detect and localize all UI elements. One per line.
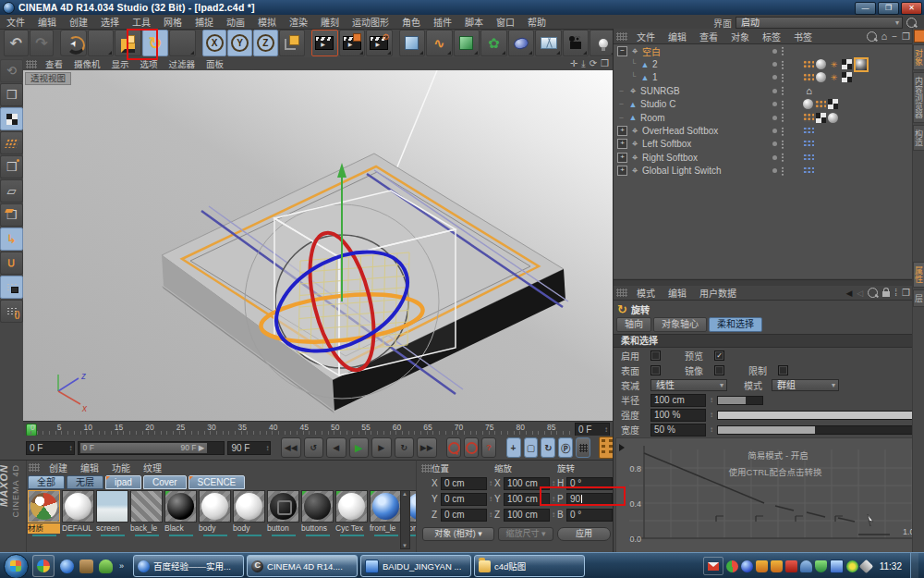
goto-start-button[interactable]: ◀◀: [281, 437, 301, 458]
falloff-curve-editor[interactable]: 0.8 0.4 0.0 1.0 简易模式 - 开启 使用CTRL配合点击转换: [615, 437, 924, 554]
size-mode-dropdown[interactable]: 缩放尺寸 ▾: [498, 527, 553, 541]
editor-visibility-dot[interactable]: [772, 155, 777, 160]
play-button[interactable]: ▶: [349, 437, 370, 458]
star-tag-icon[interactable]: [828, 71, 840, 83]
add-environment-icon[interactable]: [508, 30, 535, 56]
tray-shgreen-icon[interactable]: [815, 560, 827, 572]
checker-tag-icon[interactable]: [828, 99, 838, 109]
material-menu-item-2[interactable]: 功能: [105, 461, 137, 474]
viewport-menu-item-1[interactable]: 摄像机: [68, 57, 106, 70]
autokey-button[interactable]: [464, 437, 479, 458]
visibility-toggles[interactable]: [772, 127, 784, 136]
restore-button[interactable]: ❐: [878, 2, 899, 15]
render-visibility-dots[interactable]: [781, 153, 784, 162]
falloff-dropdown[interactable]: 线性: [650, 379, 727, 391]
add-primitive-icon[interactable]: [399, 30, 426, 56]
mode-dropdown[interactable]: 群组: [772, 379, 839, 391]
lock-y-axis-icon[interactable]: Y: [227, 30, 252, 56]
attr-mode-tab-2[interactable]: 柔和选择: [709, 317, 762, 332]
attr-menu-item-0[interactable]: 模式: [630, 286, 662, 300]
editor-visibility-dot[interactable]: [772, 75, 777, 80]
tray-plus-icon[interactable]: [846, 560, 858, 572]
scale-z-field[interactable]: 100 cm: [504, 509, 550, 522]
surface-checkbox[interactable]: [650, 365, 661, 375]
edges-mode-icon[interactable]: ▱: [0, 179, 23, 203]
panel-tab-0[interactable]: 对象: [913, 44, 924, 70]
add-generator-icon[interactable]: [454, 30, 480, 56]
material-item[interactable]: 材质: [28, 490, 60, 551]
play-reverse-button[interactable]: ↺: [304, 437, 324, 458]
attr-menu-item-2[interactable]: 用户数据: [693, 286, 743, 300]
attr-forward-icon[interactable]: ◁: [857, 289, 863, 298]
width-field[interactable]: 50 %: [650, 424, 706, 437]
quicklaunch-overflow-chevron[interactable]: »: [119, 561, 124, 571]
strength-field[interactable]: 100 %: [650, 409, 706, 422]
material-thumbnail[interactable]: [301, 490, 334, 523]
tree-item-5[interactable]: –Room: [614, 111, 913, 124]
sphere-tag-icon[interactable]: [828, 113, 838, 123]
material-tab-1[interactable]: 无层: [67, 475, 103, 489]
tray-person-icon[interactable]: [800, 560, 812, 572]
tray-bag-icon[interactable]: [756, 560, 768, 572]
attr-search-icon[interactable]: [868, 288, 878, 298]
panel-grip-icon[interactable]: [616, 289, 627, 297]
workplane-mode-icon[interactable]: [0, 131, 23, 154]
sphere-tag-icon[interactable]: [816, 59, 826, 69]
add-deformer-icon[interactable]: [480, 30, 507, 56]
menu-item-2[interactable]: 创建: [63, 15, 94, 29]
expand-icon[interactable]: +: [617, 139, 627, 149]
tree-item-3[interactable]: –SUNRGB: [614, 84, 913, 97]
om-menu-item-4[interactable]: 标签: [756, 30, 787, 43]
panel-tab-1[interactable]: 内容浏览器: [913, 72, 924, 123]
visibility-toggles[interactable]: [772, 100, 784, 109]
render-visibility-dots[interactable]: [781, 46, 784, 55]
tree-item-1[interactable]: └2: [614, 57, 913, 70]
material-tab-2[interactable]: ipad: [105, 475, 141, 489]
material-tab-4[interactable]: SCENCE: [188, 475, 246, 489]
tree-item-9[interactable]: +Global Light Switch: [614, 165, 913, 178]
menu-item-1[interactable]: 编辑: [31, 15, 63, 29]
last-used-tool-icon[interactable]: [169, 30, 196, 56]
render-visibility-dots[interactable]: [781, 113, 784, 122]
key-scale-toggle[interactable]: ▢: [524, 437, 539, 458]
editor-visibility-dot[interactable]: [772, 129, 777, 133]
material-item[interactable]: screen: [96, 490, 128, 551]
dots-tag-icon[interactable]: [803, 113, 814, 122]
editor-visibility-dot[interactable]: [772, 89, 777, 93]
menu-item-4[interactable]: 工具: [126, 15, 157, 29]
star-tag-icon[interactable]: [828, 58, 840, 70]
redo-button[interactable]: [30, 30, 55, 56]
om-menu-item-0[interactable]: 文件: [630, 30, 662, 43]
visibility-toggles[interactable]: [772, 140, 784, 149]
tree-item-7[interactable]: +Left Softbox: [614, 138, 913, 151]
xpresso-tag-icon[interactable]: [803, 166, 814, 175]
show-desktop-button[interactable]: [910, 553, 918, 578]
close-button[interactable]: ✕: [901, 2, 922, 15]
position-y-field[interactable]: 0 cm: [441, 493, 487, 506]
scale-x-field[interactable]: 100 cm: [504, 477, 550, 490]
menu-item-15[interactable]: 窗口: [490, 15, 521, 29]
soft-selection-section-header[interactable]: 柔和选择: [614, 334, 920, 348]
radius-mini-slider[interactable]: [717, 396, 763, 405]
attr-history-icon[interactable]: ⁞: [894, 288, 897, 298]
tray-avred-icon[interactable]: [726, 560, 738, 572]
attr-lock-icon[interactable]: [882, 291, 890, 297]
tree-item-8[interactable]: +Right Softbox: [614, 151, 913, 164]
editor-visibility-dot[interactable]: [772, 49, 777, 54]
position-z-field[interactable]: 0 cm: [441, 509, 487, 522]
render-visibility-dots[interactable]: [781, 86, 784, 95]
frame-field[interactable]: 0 F↕: [575, 423, 610, 437]
rotation-h-field[interactable]: 0 °: [566, 477, 613, 490]
add-spline-icon[interactable]: [426, 30, 453, 56]
material-menu-item-1[interactable]: 编辑: [74, 461, 105, 474]
coordinate-mode-dropdown[interactable]: 对象 (相对) ▾: [422, 527, 494, 541]
sphere-tag-icon[interactable]: [803, 99, 813, 109]
attr-panel-tab-1[interactable]: 层: [913, 289, 924, 307]
visibility-toggles[interactable]: [772, 113, 784, 122]
editor-visibility-dot[interactable]: [772, 141, 777, 146]
material-thumbnail[interactable]: [335, 490, 368, 523]
tray-mail-icon[interactable]: [703, 557, 723, 575]
editor-visibility-dot[interactable]: [772, 102, 777, 106]
visibility-toggles[interactable]: [772, 86, 784, 95]
collapse-icon[interactable]: −: [617, 46, 627, 56]
